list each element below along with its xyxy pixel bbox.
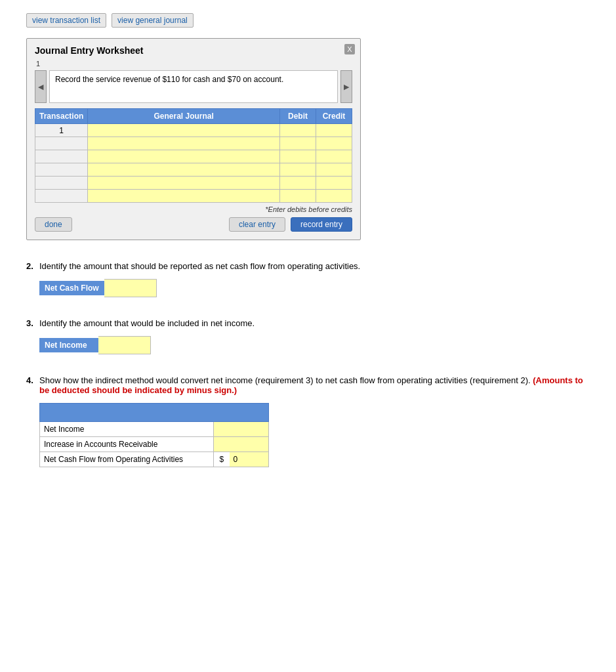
enter-note: *Enter debits before credits xyxy=(35,205,352,213)
net-cash-flow-input[interactable] xyxy=(104,279,157,297)
journal-table: Transaction General Journal Debit Credit… xyxy=(35,108,352,203)
section-2-number: 2. xyxy=(26,261,37,271)
credit-cell[interactable] xyxy=(316,150,352,163)
credit-cell[interactable] xyxy=(316,163,352,177)
table-row xyxy=(35,177,352,190)
entry-cell[interactable] xyxy=(88,137,280,150)
net-income-row: Net Income xyxy=(39,336,590,354)
net-income-label: Net Income xyxy=(39,338,98,352)
col-header-general-journal: General Journal xyxy=(88,109,280,124)
section-3-text: Identify the amount that would be includ… xyxy=(39,318,255,328)
net-cash-flow-label: Net Cash Flow xyxy=(39,281,104,295)
worksheet-buttons: done clear entry record entry xyxy=(35,217,352,232)
debit-cell[interactable] xyxy=(280,150,316,163)
done-button[interactable]: done xyxy=(35,217,72,232)
entry-cell[interactable] xyxy=(88,163,280,177)
col-header-debit: Debit xyxy=(280,109,316,124)
credit-cell[interactable] xyxy=(316,137,352,150)
transaction-cell xyxy=(35,177,88,190)
transaction-cell xyxy=(35,163,88,177)
instruction-text: Record the service revenue of $110 for c… xyxy=(49,70,338,103)
section-3: 3. Identify the amount that would be inc… xyxy=(26,318,590,354)
journal-entry-worksheet-panel: Journal Entry Worksheet X 1 ◀ Record the… xyxy=(26,38,361,240)
section-4: 4. Show how the indirect method would co… xyxy=(26,375,590,467)
close-button[interactable]: X xyxy=(344,44,355,54)
section-3-header: 3. Identify the amount that would be inc… xyxy=(26,318,590,328)
section-3-number: 3. xyxy=(26,318,37,328)
table-row: Increase in Accounts Receivable xyxy=(40,437,269,452)
net-income-row-label: Net Income xyxy=(40,422,214,437)
entry-cell[interactable] xyxy=(88,150,280,163)
table-row: Net Income xyxy=(40,422,269,437)
nav-row: ◀ Record the service revenue of $110 for… xyxy=(35,70,352,103)
table-row xyxy=(35,190,352,203)
dollar-sign-cell: $ xyxy=(214,452,230,467)
section-2-header: 2. Identify the amount that should be re… xyxy=(26,261,590,271)
net-income-row-input[interactable] xyxy=(214,422,269,437)
debit-cell[interactable] xyxy=(280,137,316,150)
net-income-input[interactable] xyxy=(98,336,151,354)
credit-cell[interactable] xyxy=(316,124,352,137)
transaction-cell xyxy=(35,190,88,203)
view-transaction-list-button[interactable]: view transaction list xyxy=(26,13,106,28)
transaction-cell xyxy=(35,150,88,163)
section-2-text: Identify the amount that should be repor… xyxy=(39,261,360,271)
transaction-number-label: 1 xyxy=(35,60,352,68)
section-4-number: 4. xyxy=(26,375,37,385)
debit-cell[interactable] xyxy=(280,190,316,203)
record-entry-button[interactable]: record entry xyxy=(291,217,352,232)
table-row xyxy=(35,163,352,177)
table-row: 1 xyxy=(35,124,352,137)
debit-cell[interactable] xyxy=(280,177,316,190)
entry-cell[interactable] xyxy=(88,177,280,190)
net-cash-flow-row: Net Cash Flow xyxy=(39,279,590,297)
debit-cell[interactable] xyxy=(280,124,316,137)
entry-cell[interactable] xyxy=(88,190,280,203)
credit-cell[interactable] xyxy=(316,190,352,203)
section-4-text: Show how the indirect method would conve… xyxy=(39,375,590,395)
prev-transaction-button[interactable]: ◀ xyxy=(35,70,47,103)
clear-entry-button[interactable]: clear entry xyxy=(229,217,285,232)
net-cash-flow-operating-value[interactable] xyxy=(230,452,269,467)
increase-ar-input[interactable] xyxy=(214,437,269,452)
table-row: Net Cash Flow from Operating Activities … xyxy=(40,452,269,467)
view-general-journal-button[interactable]: view general journal xyxy=(112,13,194,28)
section4-table-header xyxy=(40,404,269,422)
top-buttons-container: view transaction list view general journ… xyxy=(26,13,590,28)
net-cash-flow-operating-label: Net Cash Flow from Operating Activities xyxy=(40,452,214,467)
table-row xyxy=(35,150,352,163)
increase-ar-label: Increase in Accounts Receivable xyxy=(40,437,214,452)
transaction-cell xyxy=(35,137,88,150)
section-4-table: Net Income Increase in Accounts Receivab… xyxy=(39,403,269,467)
entry-cell[interactable] xyxy=(88,124,280,137)
debit-cell[interactable] xyxy=(280,163,316,177)
col-header-transaction: Transaction xyxy=(35,109,88,124)
transaction-cell: 1 xyxy=(35,124,88,137)
section-4-header: 4. Show how the indirect method would co… xyxy=(26,375,590,395)
credit-cell[interactable] xyxy=(316,177,352,190)
col-header-credit: Credit xyxy=(316,109,352,124)
table-row xyxy=(35,137,352,150)
section-2: 2. Identify the amount that should be re… xyxy=(26,261,590,297)
next-transaction-button[interactable]: ▶ xyxy=(340,70,352,103)
worksheet-title: Journal Entry Worksheet xyxy=(35,45,352,56)
